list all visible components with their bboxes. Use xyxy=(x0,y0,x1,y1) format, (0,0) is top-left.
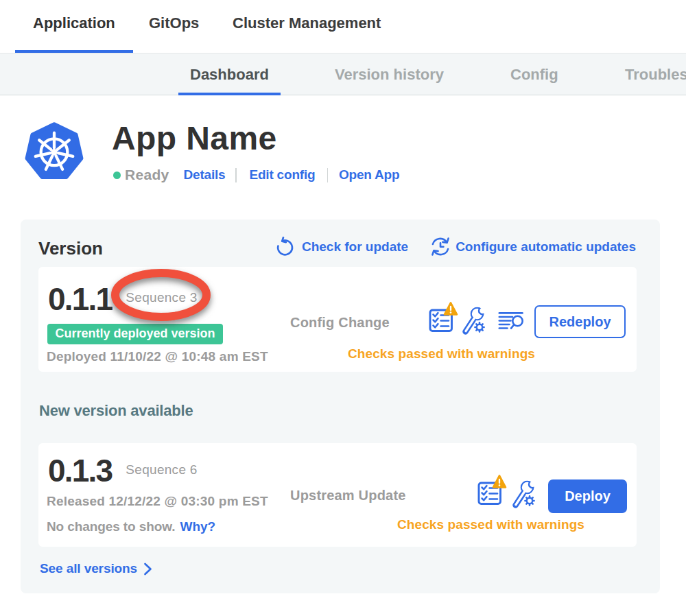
view-files-icon[interactable] xyxy=(498,311,524,331)
version-panel-title: Version xyxy=(38,238,103,259)
status-label: Ready xyxy=(125,167,169,183)
redeploy-button[interactable]: Redeploy xyxy=(534,305,626,338)
deploy-button[interactable]: Deploy xyxy=(548,479,627,513)
top-nav-application-label: Application xyxy=(33,14,115,32)
available-version-sequence: Sequence 6 xyxy=(126,462,197,477)
see-all-versions-link[interactable]: See all versions xyxy=(40,561,152,576)
check-for-update-link[interactable]: Check for update xyxy=(276,237,408,257)
divider xyxy=(327,168,329,182)
deployed-timestamp: Deployed 11/10/22 @ 10:48 am EST xyxy=(47,349,268,364)
no-changes-text: No changes to show. Why? xyxy=(47,519,215,534)
check-for-update-label: Check for update xyxy=(302,239,408,254)
tab-config[interactable]: Config xyxy=(499,54,570,95)
top-nav-application[interactable]: Application xyxy=(15,0,133,53)
top-nav-cluster-management[interactable]: Cluster Management xyxy=(215,0,399,53)
tab-troubleshoot[interactable]: Troubleshoot xyxy=(613,54,686,95)
refresh-icon xyxy=(276,237,294,257)
auto-update-schedule-icon xyxy=(430,237,451,257)
tab-version-history-label: Version history xyxy=(335,66,444,84)
app-title: App Name xyxy=(112,122,277,155)
released-timestamp: Released 12/12/22 @ 03:30 pm EST xyxy=(47,494,268,509)
top-nav: Application GitOps Cluster Management xyxy=(0,0,686,54)
open-app-link[interactable]: Open App xyxy=(339,167,399,182)
status-ready-dot xyxy=(113,171,121,179)
current-checks-status[interactable]: Checks passed with warnings xyxy=(348,346,535,362)
top-nav-gitops[interactable]: GitOps xyxy=(131,0,217,53)
tab-dashboard-label: Dashboard xyxy=(190,66,269,84)
app-status-row: Ready Details Edit config Open App xyxy=(113,167,399,182)
tab-troubleshoot-label: Troubleshoot xyxy=(625,66,686,84)
currently-deployed-badge: Currently deployed version xyxy=(47,324,223,344)
new-version-heading: New version available xyxy=(39,402,193,420)
current-version-card: 0.1.1 Sequence 3 Currently deployed vers… xyxy=(38,267,637,372)
edit-config-link[interactable]: Edit config xyxy=(249,167,315,182)
available-checks-status[interactable]: Checks passed with warnings xyxy=(397,517,584,532)
available-version-number: 0.1.3 xyxy=(48,452,112,489)
sub-nav: Dashboard Version history Config Trouble… xyxy=(0,54,686,95)
available-version-card: 0.1.3 Sequence 6 Released 12/12/22 @ 03:… xyxy=(38,443,637,547)
why-link[interactable]: Why? xyxy=(180,519,215,534)
current-version-source: Config Change xyxy=(290,315,390,331)
kubernetes-logo-icon xyxy=(25,121,84,180)
available-version-source: Upstream Update xyxy=(290,488,406,504)
tab-config-label: Config xyxy=(510,66,558,84)
preflight-checklist-warning-icon[interactable] xyxy=(428,300,460,333)
details-link[interactable]: Details xyxy=(184,167,226,182)
divider xyxy=(235,168,237,182)
wrench-gear-icon[interactable] xyxy=(512,479,536,508)
chevron-right-icon xyxy=(143,562,152,576)
version-panel: Version Check for update Configure autom… xyxy=(21,220,660,593)
no-changes-label: No changes to show. xyxy=(47,519,175,534)
preflight-checklist-warning-icon[interactable] xyxy=(477,473,508,506)
tab-dashboard[interactable]: Dashboard xyxy=(178,54,281,95)
see-all-versions-label: See all versions xyxy=(40,561,137,576)
configure-automatic-updates-link[interactable]: Configure automatic updates xyxy=(430,237,636,257)
configure-automatic-updates-label: Configure automatic updates xyxy=(456,239,636,254)
tab-version-history[interactable]: Version history xyxy=(323,54,456,95)
current-version-sequence: Sequence 3 xyxy=(126,290,197,305)
wrench-gear-icon[interactable] xyxy=(462,306,486,335)
current-version-number: 0.1.1 xyxy=(48,281,112,318)
top-nav-cluster-management-label: Cluster Management xyxy=(233,14,381,32)
top-nav-gitops-label: GitOps xyxy=(149,14,199,32)
